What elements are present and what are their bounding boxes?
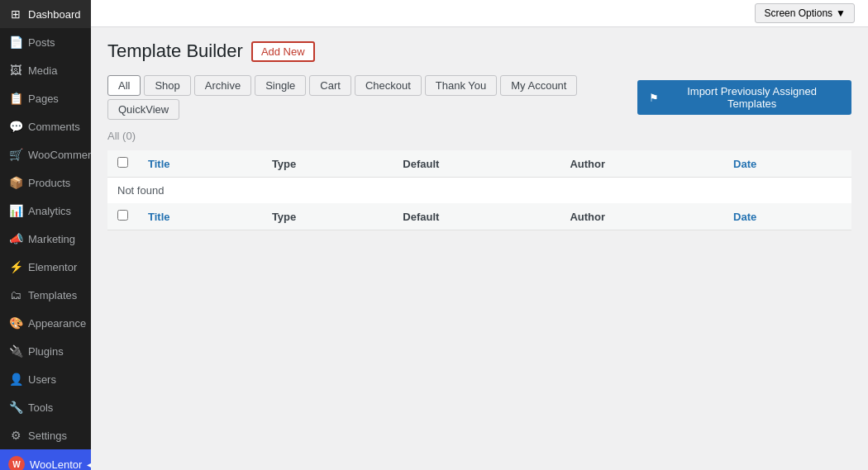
table-tf-type: Type	[262, 203, 393, 230]
settings-icon: ⚙	[8, 428, 23, 443]
woolentor-section: W WooLentor ◀	[0, 449, 91, 470]
screen-options-arrow-icon: ▼	[836, 7, 846, 19]
content-area: Template Builder Add New AllShopArchiveS…	[91, 27, 868, 470]
filter-tab-shop[interactable]: Shop	[144, 75, 190, 96]
analytics-icon: 📊	[8, 203, 23, 218]
title-sort-link[interactable]: Title	[148, 158, 170, 170]
table-th-date: Date	[723, 150, 851, 178]
filter-tab-my-account[interactable]: My Account	[500, 75, 577, 96]
media-icon: 🖼	[8, 63, 23, 78]
woolentor-menu-item[interactable]: W WooLentor ◀	[0, 449, 91, 470]
import-button[interactable]: ⚑ Import Previously Assigned Templates	[637, 80, 851, 115]
table-tf-title: Title	[138, 203, 262, 230]
page-title: Template Builder	[107, 40, 243, 62]
sidebar-item-label: Comments	[28, 121, 80, 133]
plugins-icon: 🔌	[8, 344, 23, 358]
sidebar-item-label: Tools	[28, 401, 53, 414]
sidebar-item-label: Elementor	[28, 261, 77, 273]
comments-icon: 💬	[8, 119, 23, 134]
sidebar: ⊞ Dashboard 📄 Posts 🖼 Media 📋 Pages 💬 Co…	[0, 0, 91, 470]
filter-tab-archive[interactable]: Archive	[194, 75, 251, 96]
sidebar-item-woocommerce[interactable]: 🛒 WooCommerce	[0, 140, 91, 169]
sidebar-item-dashboard[interactable]: ⊞ Dashboard	[0, 0, 91, 28]
select-all-checkbox[interactable]	[117, 157, 128, 168]
table-footer-row: Title Type Default Author Date	[107, 203, 851, 230]
sidebar-item-posts[interactable]: 📄 Posts	[0, 28, 91, 56]
not-found-cell: Not found	[107, 178, 851, 204]
filter-tab-thank-you[interactable]: Thank You	[425, 75, 497, 96]
tools-icon: 🔧	[8, 400, 23, 415]
sidebar-item-plugins[interactable]: 🔌 Plugins	[0, 337, 91, 365]
sidebar-item-label: Marketing	[28, 233, 75, 245]
sidebar-item-pages[interactable]: 📋 Pages	[0, 84, 91, 112]
sidebar-item-label: Products	[28, 177, 70, 189]
sidebar-item-label: Templates	[28, 289, 77, 301]
filter-tab-single[interactable]: Single	[255, 75, 306, 96]
sidebar-item-products[interactable]: 📦 Products	[0, 169, 91, 197]
templates-icon: 🗂	[8, 287, 23, 302]
select-all-footer-checkbox[interactable]	[117, 210, 128, 221]
sidebar-item-label: WooCommerce	[28, 149, 91, 161]
date-sort-link[interactable]: Date	[733, 158, 756, 170]
table-th-type: Type	[262, 150, 393, 178]
filter-tabs: AllShopArchiveSingleCartCheckoutThank Yo…	[107, 75, 637, 120]
sidebar-item-media[interactable]: 🖼 Media	[0, 56, 91, 84]
sidebar-item-label: Dashboard	[28, 8, 81, 21]
sidebar-item-marketing[interactable]: 📣 Marketing	[0, 225, 91, 253]
sidebar-item-comments[interactable]: 💬 Comments	[0, 112, 91, 140]
table-th-author: Author	[560, 150, 723, 178]
marketing-icon: 📣	[8, 231, 23, 246]
table-th-checkbox	[107, 150, 138, 178]
sidebar-item-label: Media	[28, 64, 57, 77]
dashboard-icon: ⊞	[8, 7, 23, 21]
sidebar-item-tools[interactable]: 🔧 Tools	[0, 393, 91, 421]
table-tf-default: Default	[393, 203, 560, 230]
template-table: Title Type Default Author Date	[107, 150, 851, 230]
filter-tab-checkout[interactable]: Checkout	[355, 75, 422, 96]
appearance-icon: 🎨	[8, 316, 23, 330]
sidebar-item-templates[interactable]: 🗂 Templates	[0, 281, 91, 309]
sidebar-item-users[interactable]: 👤 Users	[0, 365, 91, 393]
table-header-row: Title Type Default Author Date	[107, 150, 851, 178]
pages-icon: 📋	[8, 91, 23, 106]
page-header: Template Builder Add New	[107, 40, 851, 62]
sidebar-item-label: Users	[28, 373, 56, 386]
table-row: Not found	[107, 178, 851, 204]
products-icon: 📦	[8, 175, 23, 190]
sidebar-item-label: Plugins	[28, 345, 64, 358]
elementor-icon: ⚡	[8, 259, 23, 274]
sidebar-item-label: Posts	[28, 36, 55, 49]
all-count: All (0)	[107, 130, 851, 142]
title-footer-sort-link[interactable]: Title	[148, 211, 170, 223]
filter-tab-quickview[interactable]: QuickView	[107, 99, 179, 120]
table-th-default: Default	[393, 150, 560, 178]
table-tf-date: Date	[723, 203, 851, 230]
filter-tab-all[interactable]: All	[107, 75, 141, 96]
sidebar-item-label: Analytics	[28, 205, 71, 217]
sidebar-item-appearance[interactable]: 🎨 Appearance	[0, 309, 91, 337]
table-th-title: Title	[138, 150, 262, 178]
filter-tab-cart[interactable]: Cart	[309, 75, 351, 96]
date-footer-sort-link[interactable]: Date	[733, 211, 756, 223]
add-new-button[interactable]: Add New	[251, 41, 315, 62]
screen-options-button[interactable]: Screen Options ▼	[755, 3, 855, 23]
sidebar-item-elementor[interactable]: ⚡ Elementor	[0, 253, 91, 281]
users-icon: 👤	[8, 372, 23, 387]
woolentor-icon: W	[8, 456, 25, 470]
woolentor-label: WooLentor	[30, 458, 82, 471]
sidebar-item-analytics[interactable]: 📊 Analytics	[0, 197, 91, 225]
posts-icon: 📄	[8, 35, 23, 50]
sidebar-item-label: Appearance	[28, 317, 86, 330]
filter-bar: AllShopArchiveSingleCartCheckoutThank Yo…	[107, 75, 851, 120]
topbar: Screen Options ▼	[91, 0, 868, 27]
table-tf-checkbox	[107, 203, 138, 230]
woocommerce-icon: 🛒	[8, 147, 23, 162]
sidebar-item-label: Pages	[28, 93, 59, 105]
table-tf-author: Author	[560, 203, 723, 230]
sidebar-item-label: Settings	[28, 430, 67, 442]
sidebar-item-settings[interactable]: ⚙ Settings	[0, 421, 91, 449]
flag-icon: ⚑	[649, 92, 659, 104]
not-found-text: Not found	[117, 184, 164, 197]
main-content: Screen Options ▼ Template Builder Add Ne…	[91, 0, 868, 470]
